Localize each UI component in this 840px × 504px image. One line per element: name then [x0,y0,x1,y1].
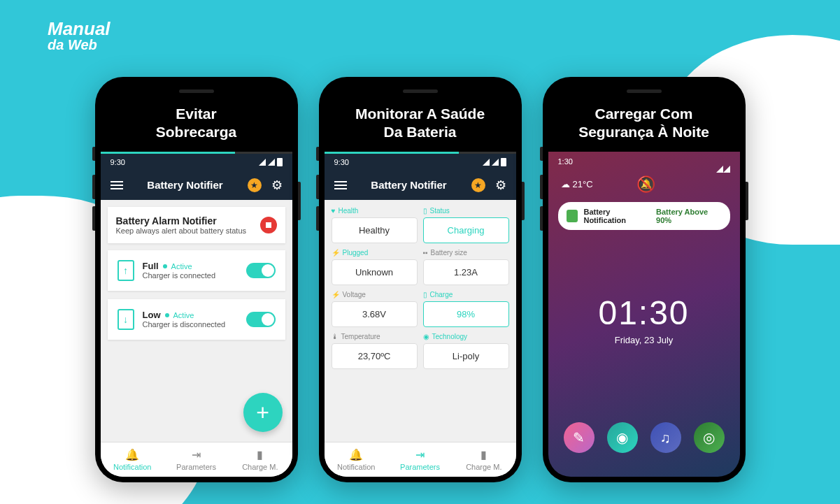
menu-icon[interactable] [334,181,347,189]
phone-2: Monitorar A Saúde Da Bateria 9:30 Batter… [319,77,522,482]
nav-charge[interactable]: ▮Charge M. [452,442,515,477]
notif-card-low: ↓ Low Active Charger is disconnected [108,299,285,340]
voltage-value: 3.68V [332,301,418,327]
star-icon[interactable]: ★ [471,178,485,192]
dock-app-3[interactable]: ♫ [650,422,681,453]
fab-add-button[interactable]: + [243,393,283,432]
phones-row: Evitar Sobrecarga 9:30 Battery Notifier … [0,77,840,482]
status-time: 1:30 [558,157,573,166]
alert-title: Battery Alarm Notifier [116,215,253,226]
wifi-icon [492,159,499,166]
status-value: Charging [423,217,509,243]
wifi-icon [268,159,275,166]
lock-screen: 1:30 ☁21°C 🔕 Battery Notification Batter… [548,152,740,477]
nav-parameters[interactable]: ⇥Parameters [388,442,452,477]
dock-app-4[interactable]: ◎ [694,422,725,453]
phone1-title: Evitar Sobrecarga [101,82,292,152]
phone-icon: ▯ [423,207,427,215]
phone3-title: Carregar Com Segurança À Noite [548,82,740,152]
battery-icon [277,158,283,166]
status-bar: 9:30 [101,154,292,171]
bell-icon: 🔔 [104,448,162,461]
app-title: Battery Notifier [357,179,462,191]
arrow-up-icon: ↑ [118,260,134,281]
status-time: 9:30 [111,158,125,166]
charge-value: 98% [423,301,509,327]
gear-icon[interactable]: ⚙ [271,178,283,193]
nav-notification[interactable]: 🔔Notification [325,442,388,477]
status-dot-icon [165,313,169,317]
wifi-icon [723,157,730,173]
app-title: Battery Notifier [133,179,238,191]
menu-icon[interactable] [111,181,123,189]
stop-icon[interactable] [260,217,277,233]
enter-icon: ⇥ [167,448,225,461]
status-dot-icon [163,264,167,268]
status-time: 9:30 [334,158,349,166]
arrow-down-icon: ↓ [118,309,134,330]
plug-icon: ⚡ [332,249,340,257]
battery-small-icon: ▯ [423,291,427,298]
toggle-full[interactable] [246,263,276,278]
nav-charge[interactable]: ▮Charge M. [228,442,292,477]
thermo-icon: 🌡 [332,333,339,340]
bell-off-icon[interactable]: 🔕 [636,175,655,194]
batterysize-value: 1.23A [423,259,509,285]
lock-clock: 01:30 [598,294,689,332]
bottom-nav: 🔔Notification ⇥Parameters ▮Charge M. [325,442,516,477]
toggle-low[interactable] [246,312,276,327]
params-grid: ♥HealthHealthy ▯StatusCharging ⚡PluggedU… [332,207,509,369]
plugged-value: Unknown [332,259,418,285]
nav-parameters[interactable]: ⇥Parameters [164,442,228,477]
dock-app-2[interactable]: ◉ [607,422,638,453]
bell-icon: 🔔 [327,448,385,461]
battery-nav-icon: ▮ [231,448,289,461]
app-bar: Battery Notifier ★ ⚙ [101,171,292,200]
alert-subtitle: Keep always alert about battery status [116,226,253,235]
nav-notification[interactable]: 🔔Notification [101,442,164,477]
technology-value: Li-poly [423,343,509,369]
star-icon[interactable]: ★ [248,178,262,192]
brand-logo: Manual da Web [48,20,111,52]
phone2-title: Monitorar A Saúde Da Bateria [325,82,516,152]
bolt-icon: ⚡ [332,291,340,298]
temperature-value: 23,70ºC [332,343,418,369]
notif-card-full: ↑ Full Active Charger is connected [108,250,285,291]
signal-icon [259,159,266,166]
signal-icon [716,157,723,173]
battery-icon [501,158,506,166]
chip-icon: ◉ [423,333,429,340]
heart-icon: ♥ [332,207,336,215]
app-bar: Battery Notifier ★ ⚙ [325,171,516,200]
status-bar: 1:30 [548,152,740,171]
enter-icon: ⇥ [391,448,449,461]
gear-icon[interactable]: ⚙ [495,178,506,193]
cloud-icon: ☁ [561,179,570,189]
lock-date: Friday, 23 July [615,335,674,345]
phone-1: Evitar Sobrecarga 9:30 Battery Notifier … [95,77,298,482]
bars-icon: ▪▪ [423,249,428,257]
dock: ✎ ◉ ♫ ◎ [548,405,740,477]
signal-icon [483,159,490,166]
health-value: Healthy [332,217,418,243]
weather-temp: ☁21°C [561,179,593,189]
bottom-nav: 🔔Notification ⇥Parameters ▮Charge M. [101,442,292,477]
status-bar: 9:30 [325,154,516,171]
battery-nav-icon: ▮ [455,448,513,461]
app-icon [567,210,578,222]
alert-banner: Battery Alarm Notifier Keep always alert… [108,207,285,243]
lock-notification[interactable]: Battery Notification Battery Above 90% [558,202,730,230]
phone-3: Carregar Com Segurança À Noite 1:30 ☁21°… [543,77,746,482]
dock-app-1[interactable]: ✎ [564,422,595,453]
